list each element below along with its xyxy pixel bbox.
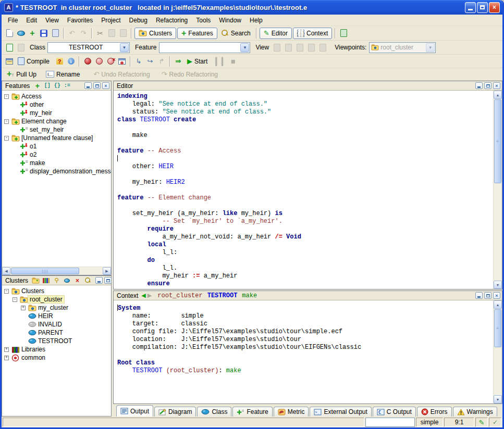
context-tool-button[interactable]: {⋮} Context: [293, 28, 332, 39]
tree-item-libraries[interactable]: +Libraries: [2, 345, 111, 354]
editor-vscroll-track[interactable]: ≡: [494, 99, 502, 281]
scroll-left-icon[interactable]: ◀: [2, 267, 10, 275]
editor-vscrollbar[interactable]: ▲ ≡ ▼: [493, 91, 502, 289]
code-line[interactable]: [117, 140, 493, 147]
tree-item-display-demonstration-messa[interactable]: display_demonstration_messa: [2, 167, 111, 175]
search-icon[interactable]: [83, 276, 92, 284]
breakpoints-tool-icon[interactable]: [116, 56, 128, 67]
add-feature-icon[interactable]: +: [27, 28, 38, 39]
view-text-icon[interactable]: [271, 42, 282, 53]
menu-item-project[interactable]: Project: [97, 15, 125, 26]
start-button[interactable]: ▶ Start: [184, 56, 211, 67]
send-to-editor-icon[interactable]: [4, 42, 15, 53]
tree-item-heir[interactable]: HEIR: [2, 312, 111, 320]
history-back-icon[interactable]: ◀: [141, 292, 145, 299]
status-search-input[interactable]: [365, 418, 415, 427]
step-out-icon[interactable]: ↱: [156, 56, 167, 67]
tree-item-root-cluster[interactable]: -root_cluster: [2, 295, 111, 304]
code-line[interactable]: Root class: [117, 359, 493, 367]
tab-c-output[interactable]: CC Output: [373, 407, 416, 417]
code-line[interactable]: System: [117, 305, 493, 312]
code-line[interactable]: feature -- Element change: [117, 194, 493, 202]
breadcrumb-cluster[interactable]: root_cluster: [157, 292, 202, 299]
viewpoints-combobox-arrow-icon[interactable]: ▼: [426, 43, 435, 52]
code-line[interactable]: a_my_heir_not_void: a_my_heir /= Void: [117, 233, 493, 241]
project-settings-icon[interactable]: [4, 56, 15, 67]
code-line[interactable]: indexing: [117, 93, 493, 100]
context-code-area[interactable]: System name: simple target: classic conf…: [114, 300, 493, 403]
context-maximize-icon[interactable]: [484, 292, 491, 299]
context-vscroll-thumb[interactable]: ≡: [494, 309, 501, 347]
undo-icon[interactable]: ↶: [66, 28, 78, 39]
compile-label[interactable]: Compile: [27, 58, 50, 65]
code-line[interactable]: target: classic: [117, 320, 493, 328]
system-info-icon[interactable]: i: [65, 56, 77, 67]
features-maximize-icon[interactable]: [93, 82, 101, 89]
compile-icon[interactable]: [15, 56, 27, 67]
context-vscroll-track[interactable]: ≡: [494, 309, 502, 395]
expand-icon[interactable]: +: [4, 347, 9, 352]
code-line[interactable]: make: [117, 132, 493, 140]
tab-warnings[interactable]: Warnings: [453, 407, 497, 417]
maximize-button[interactable]: [477, 2, 488, 13]
tree-item-other[interactable]: other: [2, 100, 111, 109]
precompile-icon[interactable]: ?: [54, 56, 65, 67]
disable-breakpoints-icon[interactable]: [93, 56, 105, 67]
editor-code-area[interactable]: indexing legal: "See notice at end of cl…: [114, 91, 493, 289]
menu-item-refactoring[interactable]: Refactoring: [152, 15, 192, 26]
braces-icon[interactable]: {}: [53, 82, 62, 90]
pause-icon[interactable]: ▎▎: [216, 56, 227, 67]
close-button[interactable]: ×: [489, 2, 500, 13]
code-line[interactable]: set_my_heir (a_my_heir: like my_heir) is: [117, 210, 493, 218]
menu-item-help[interactable]: Help: [245, 15, 267, 26]
new-cluster-icon[interactable]: *: [31, 276, 40, 284]
code-line[interactable]: other: HEIR: [117, 163, 493, 171]
code-line[interactable]: local: [117, 241, 493, 249]
class-combobox[interactable]: TESTROOT ▼: [47, 42, 130, 53]
scroll-down-icon[interactable]: ▼: [494, 281, 502, 289]
code-line[interactable]: [117, 351, 493, 359]
document-history-icon[interactable]: [15, 42, 27, 53]
code-line[interactable]: my_heir := a_my_heir: [117, 272, 493, 280]
context-close-icon[interactable]: ×: [493, 292, 500, 299]
tree-item-make[interactable]: make: [2, 159, 111, 167]
redo-refactoring-button[interactable]: ↷ Redo Refactoring: [158, 69, 221, 80]
minimize-button[interactable]: [465, 2, 476, 13]
features-hscroll-track[interactable]: ||||: [10, 267, 103, 275]
scroll-right-icon[interactable]: ▶: [103, 267, 111, 275]
key-icon[interactable]: ⚲: [52, 276, 61, 284]
code-line[interactable]: l_l:: [117, 249, 493, 257]
feature-combobox-arrow-icon[interactable]: ▼: [240, 43, 249, 52]
features-close-icon[interactable]: ×: [102, 82, 109, 89]
search-tool-button[interactable]: Search: [218, 28, 254, 39]
send-to-external-icon[interactable]: [338, 28, 349, 39]
menu-item-favorites[interactable]: Favorites: [63, 15, 97, 26]
menu-item-file[interactable]: File: [4, 15, 22, 26]
code-line[interactable]: status: "See notice at end of class.": [117, 108, 493, 116]
add-library-icon[interactable]: [42, 276, 51, 284]
features-tool-button[interactable]: + Features: [177, 28, 217, 39]
save-all-icon[interactable]: [50, 28, 61, 39]
rename-button[interactable]: I... Rename: [43, 69, 83, 80]
tab-errors[interactable]: Errors: [417, 407, 452, 417]
collapse-icon[interactable]: -: [4, 119, 9, 124]
remove-breakpoints-icon[interactable]: ×: [105, 56, 116, 67]
collapse-icon[interactable]: -: [4, 289, 9, 294]
tree-item-o2[interactable]: o2: [2, 150, 111, 159]
code-line[interactable]: class TESTROOT create: [117, 116, 493, 124]
tree-item-element-change[interactable]: -Element change: [2, 117, 111, 125]
tree-item-common[interactable]: +common: [2, 354, 111, 362]
code-line[interactable]: config file: J:\Eiffel57\examples\studio…: [117, 328, 493, 336]
tree-item-parent[interactable]: PARENT: [2, 329, 111, 337]
title-bar[interactable]: A * TESTROOT in cluster root_cluster loc…: [2, 0, 502, 15]
ready-check-icon[interactable]: ✓: [489, 418, 501, 427]
editor-close-icon[interactable]: ×: [493, 82, 500, 89]
view-flat-icon[interactable]: [294, 42, 305, 53]
code-line[interactable]: ensure: [117, 280, 493, 288]
editor-tool-button[interactable]: ✎ Editor: [260, 28, 292, 39]
feature-combobox[interactable]: ▼: [159, 42, 250, 53]
cut-icon[interactable]: ✂: [94, 28, 106, 39]
code-line[interactable]: [117, 124, 493, 132]
editor-maximize-icon[interactable]: [484, 82, 491, 89]
tree-item-access[interactable]: -Access: [2, 92, 111, 100]
